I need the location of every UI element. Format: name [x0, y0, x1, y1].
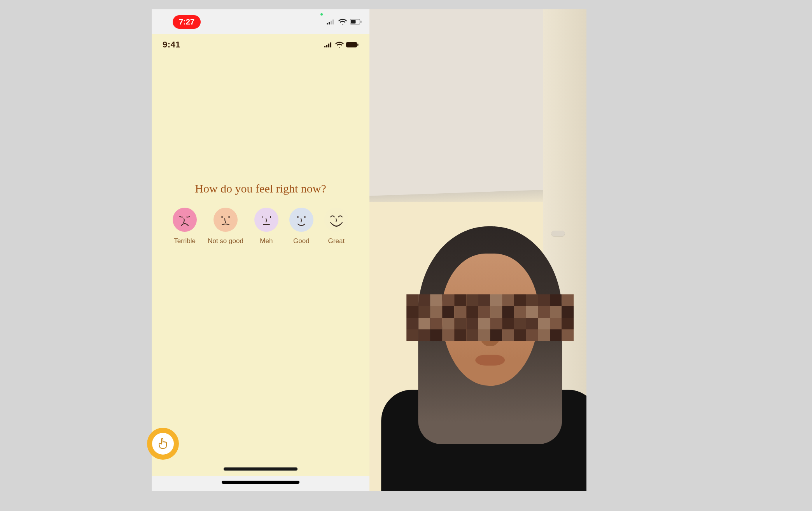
battery-icon [350, 19, 362, 24]
mood-options-row: Terrible Not so good Meh Good Great [152, 208, 369, 245]
app-home-indicator [224, 467, 298, 471]
svg-rect-8 [326, 45, 327, 47]
outer-status-icons [320, 19, 362, 25]
wifi-icon [335, 42, 344, 48]
mood-prompt: How do you feel right now? [152, 182, 369, 195]
app-status-time: 9:41 [163, 40, 180, 50]
mood-label: Good [293, 237, 310, 245]
svg-rect-9 [328, 44, 329, 47]
recording-frame: 7:27 [152, 9, 586, 491]
svg-rect-3 [332, 19, 334, 24]
svg-rect-7 [324, 46, 326, 47]
battery-icon [346, 42, 359, 47]
device-screenshot: 7:27 [152, 9, 369, 491]
person-mouth [475, 355, 505, 366]
app-status-icons [324, 42, 359, 48]
svg-rect-6 [360, 21, 362, 23]
mood-face-meh-icon [254, 208, 278, 232]
mood-label: Meh [260, 237, 273, 245]
svg-point-13 [221, 216, 223, 218]
hand-point-icon [157, 438, 169, 450]
mood-label: Terrible [174, 237, 196, 245]
svg-point-19 [304, 216, 306, 218]
outer-bottom-bar [152, 476, 369, 491]
svg-rect-11 [346, 42, 357, 47]
person [389, 195, 586, 491]
svg-rect-12 [357, 44, 359, 46]
mood-face-terrible-icon [173, 208, 197, 232]
svg-rect-2 [331, 21, 332, 24]
mood-option-great[interactable]: Great [324, 208, 348, 245]
svg-rect-1 [329, 22, 330, 24]
mood-option-meh[interactable]: Meh [254, 208, 278, 245]
mood-face-notsogood-icon [214, 208, 238, 232]
mood-face-great-icon [324, 208, 348, 232]
app-screen: 9:41 [152, 34, 369, 476]
device-home-indicator[interactable] [222, 481, 299, 484]
svg-rect-10 [330, 42, 331, 47]
svg-point-14 [228, 216, 230, 218]
app-status-bar: 9:41 [152, 34, 369, 55]
recording-pill[interactable]: 7:27 [173, 15, 201, 29]
cellular-icon [327, 19, 335, 24]
svg-rect-0 [327, 23, 328, 24]
face-censor [406, 294, 574, 341]
squeeze-button-inner [152, 433, 174, 455]
cellular-icon [324, 42, 333, 47]
wifi-icon [338, 19, 347, 25]
webcam-pane [369, 9, 586, 491]
svg-point-18 [297, 216, 299, 218]
mood-option-terrible[interactable]: Terrible [173, 208, 197, 245]
outer-status-bar: 7:27 [152, 9, 369, 34]
mood-label: Great [328, 237, 345, 245]
mood-face-good-icon [289, 208, 313, 232]
mood-option-good[interactable]: Good [289, 208, 313, 245]
live-dot-icon [320, 13, 323, 16]
mood-label: Not so good [208, 237, 243, 245]
mood-option-notsogood[interactable]: Not so good [208, 208, 243, 245]
squeeze-button[interactable] [147, 428, 179, 460]
svg-rect-5 [351, 20, 356, 24]
